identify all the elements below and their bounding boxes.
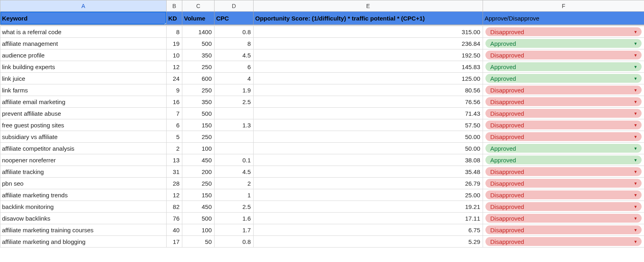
cell-keyword[interactable]: affiliate tracking	[0, 166, 167, 178]
cell-kd[interactable]: 28	[167, 178, 182, 189]
status-chip-disapproved[interactable]: Disapproved▼	[485, 97, 642, 106]
col-header-A[interactable]: A	[0, 0, 167, 12]
cell-approve[interactable]: Disapproved▼	[483, 236, 644, 248]
cell-cpc[interactable]: 1.6	[215, 213, 254, 224]
col-header-B[interactable]: B	[167, 0, 182, 12]
cell-volume[interactable]: 50	[182, 236, 215, 248]
cell-opp[interactable]: 50.00	[254, 143, 483, 154]
cell-approve[interactable]: Disapproved▼	[483, 213, 644, 224]
cell-approve[interactable]: Disapproved▼	[483, 178, 644, 189]
cell-opp[interactable]: 50.00	[254, 131, 483, 143]
cell-kd[interactable]: 6	[167, 119, 182, 131]
cell-cpc[interactable]: 2.5	[215, 96, 254, 108]
cell-cpc[interactable]: 0.1	[215, 154, 254, 166]
cell-volume[interactable]: 100	[182, 143, 215, 154]
cell-keyword[interactable]: affiliate competitor analysis	[0, 143, 167, 154]
cell-kd[interactable]: 7	[167, 108, 182, 119]
cell-cpc[interactable]: 8	[215, 38, 254, 49]
cell-keyword[interactable]: link juice	[0, 73, 167, 84]
cell-volume[interactable]: 500	[182, 38, 215, 49]
cell-approve[interactable]: Disapproved▼	[483, 108, 644, 119]
cell-approve[interactable]: Approved▼	[483, 38, 644, 49]
cell-opp[interactable]: 19.21	[254, 201, 483, 213]
cell-keyword[interactable]: noopener noreferrer	[0, 154, 167, 166]
cell-kd[interactable]: 76	[167, 213, 182, 224]
cell-volume[interactable]: 350	[182, 49, 215, 61]
status-chip-disapproved[interactable]: Disapproved▼	[485, 121, 642, 129]
cell-kd[interactable]: 19	[167, 38, 182, 49]
cell-kd[interactable]: 13	[167, 154, 182, 166]
cell-cpc[interactable]: 1.9	[215, 84, 254, 96]
cell-keyword[interactable]: link farms	[0, 84, 167, 96]
status-chip-disapproved[interactable]: Disapproved▼	[485, 190, 642, 199]
cell-keyword[interactable]: audience profile	[0, 49, 167, 61]
cell-approve[interactable]: Disapproved▼	[483, 166, 644, 178]
cell-volume[interactable]: 450	[182, 154, 215, 166]
cell-cpc[interactable]	[215, 143, 254, 154]
cell-opp[interactable]: 6.75	[254, 224, 483, 236]
cell-kd[interactable]: 12	[167, 61, 182, 73]
cell-opp[interactable]: 125.00	[254, 73, 483, 84]
status-chip-approved[interactable]: Approved▼	[485, 156, 642, 164]
cell-kd[interactable]: 5	[167, 131, 182, 143]
cell-kd[interactable]: 31	[167, 166, 182, 178]
cell-opp[interactable]: 17.11	[254, 213, 483, 224]
cell-cpc[interactable]	[215, 108, 254, 119]
cell-approve[interactable]: Disapproved▼	[483, 119, 644, 131]
cell-keyword[interactable]: affiliate email marketing	[0, 96, 167, 108]
cell-approve[interactable]: Disapproved▼	[483, 84, 644, 96]
cell-keyword[interactable]: link building experts	[0, 61, 167, 73]
status-chip-disapproved[interactable]: Disapproved▼	[485, 167, 642, 176]
cell-volume[interactable]: 250	[182, 131, 215, 143]
cell-volume[interactable]: 500	[182, 213, 215, 224]
cell-opp[interactable]: 25.00	[254, 189, 483, 201]
cell-cpc[interactable]: 2.5	[215, 201, 254, 213]
cell-opp[interactable]: 236.84	[254, 38, 483, 49]
cell-keyword[interactable]: affiliate marketing training courses	[0, 224, 167, 236]
cell-opp[interactable]: 192.50	[254, 49, 483, 61]
cell-approve[interactable]: Disapproved▼	[483, 224, 644, 236]
cell-keyword[interactable]: affiliate marketing and blogging	[0, 236, 167, 248]
cell-opp[interactable]: 76.56	[254, 96, 483, 108]
cell-opp[interactable]: 80.56	[254, 84, 483, 96]
status-chip-disapproved[interactable]: Disapproved▼	[485, 214, 642, 223]
cell-opp[interactable]: 145.83	[254, 61, 483, 73]
cell-opp[interactable]: 71.43	[254, 108, 483, 119]
cell-opp[interactable]: 5.29	[254, 236, 483, 248]
status-chip-disapproved[interactable]: Disapproved▼	[485, 202, 642, 211]
cell-opp[interactable]: 315.00	[254, 26, 483, 38]
cell-cpc[interactable]: 1.7	[215, 224, 254, 236]
status-chip-approved[interactable]: Approved▼	[485, 74, 642, 83]
spreadsheet-grid[interactable]: A B C D E F Keyword KD Volume CPC Opport…	[0, 0, 644, 248]
cell-volume[interactable]: 150	[182, 189, 215, 201]
cell-kd[interactable]: 17	[167, 236, 182, 248]
cell-kd[interactable]: 16	[167, 96, 182, 108]
cell-cpc[interactable]: 4	[215, 73, 254, 84]
cell-kd[interactable]: 8	[167, 26, 182, 38]
cell-keyword[interactable]: prevent affiliate abuse	[0, 108, 167, 119]
cell-kd[interactable]: 9	[167, 84, 182, 96]
cell-volume[interactable]: 450	[182, 201, 215, 213]
cell-approve[interactable]: Approved▼	[483, 73, 644, 84]
status-chip-disapproved[interactable]: Disapproved▼	[485, 237, 642, 246]
status-chip-disapproved[interactable]: Disapproved▼	[485, 225, 642, 234]
cell-approve[interactable]: Disapproved▼	[483, 96, 644, 108]
status-chip-disapproved[interactable]: Disapproved▼	[485, 179, 642, 188]
cell-approve[interactable]: Approved▼	[483, 143, 644, 154]
cell-keyword[interactable]: disavow backlinks	[0, 213, 167, 224]
cell-cpc[interactable]: 0.8	[215, 236, 254, 248]
header-approve[interactable]: Approve/Disapprove	[483, 12, 644, 25]
cell-kd[interactable]: 82	[167, 201, 182, 213]
cell-keyword[interactable]: affiliate management	[0, 38, 167, 49]
cell-opp[interactable]: 35.48	[254, 166, 483, 178]
cell-volume[interactable]: 150	[182, 119, 215, 131]
status-chip-disapproved[interactable]: Disapproved▼	[485, 27, 642, 36]
col-header-C[interactable]: C	[182, 0, 215, 12]
cell-cpc[interactable]: 0.8	[215, 26, 254, 38]
cell-kd[interactable]: 24	[167, 73, 182, 84]
status-chip-approved[interactable]: Approved▼	[485, 62, 642, 71]
cell-kd[interactable]: 40	[167, 224, 182, 236]
status-chip-disapproved[interactable]: Disapproved▼	[485, 51, 642, 59]
selection-handle[interactable]	[165, 23, 167, 25]
cell-volume[interactable]: 100	[182, 224, 215, 236]
